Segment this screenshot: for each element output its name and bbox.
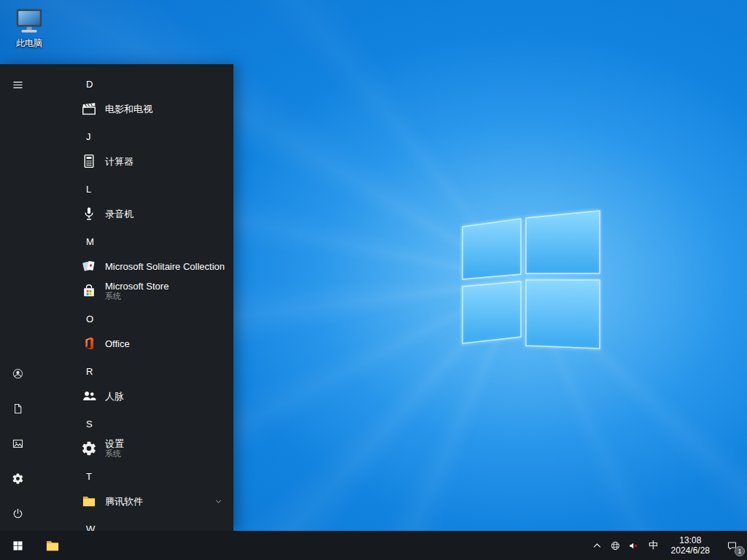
start-button[interactable]	[0, 531, 35, 560]
start-rail-menu-button[interactable]	[0, 67, 35, 102]
start-app-people[interactable]: 人脉	[35, 384, 233, 408]
app-text: Office	[105, 338, 130, 349]
letter-label: L	[86, 184, 91, 195]
menu-icon	[12, 79, 24, 91]
volume-muted-icon	[628, 540, 639, 551]
letter-label: W	[86, 524, 95, 532]
tray-network-button[interactable]	[606, 531, 624, 560]
start-app-calculator[interactable]: 计算器	[35, 149, 233, 174]
start-app-microsoft-solitaire-collection[interactable]: Microsoft Solitaire Collection	[35, 254, 233, 279]
settings-icon	[80, 440, 98, 457]
app-text: 电影和电视	[105, 104, 152, 114]
chevron-down-icon	[214, 497, 222, 505]
start-rail-pictures-button[interactable]	[0, 426, 35, 461]
start-letter-o[interactable]: O	[35, 306, 233, 331]
action-center-button[interactable]: 1	[716, 531, 747, 560]
windows-logo-icon	[12, 540, 24, 552]
this-pc-icon	[14, 7, 44, 35]
start-app-tencent-software[interactable]: 腾讯软件	[35, 489, 233, 513]
app-text: Microsoft Store系统	[105, 281, 169, 301]
tray-show-hidden-icons-button[interactable]	[588, 531, 606, 560]
app-text: Microsoft Solitaire Collection	[105, 261, 225, 272]
app-name: 计算器	[105, 156, 133, 167]
letter-label: O	[86, 314, 93, 324]
app-name: 录音机	[105, 209, 133, 219]
app-name: 设置	[105, 438, 124, 449]
clock-date: 2024/6/28	[671, 545, 710, 556]
documents-icon	[12, 402, 24, 415]
account-icon	[12, 368, 24, 380]
app-text: 人脉	[105, 391, 124, 402]
start-app-voice-recorder[interactable]: 录音机	[35, 201, 233, 226]
start-app-list: D电影和电视J计算器L录音机MMicrosoft Solitaire Colle…	[35, 64, 233, 531]
app-name: 人脉	[105, 391, 124, 402]
start-app-movies-tv[interactable]: 电影和电视	[35, 96, 233, 121]
app-subtitle: 系统	[105, 449, 124, 459]
app-text: 计算器	[105, 156, 133, 167]
power-icon	[12, 508, 24, 520]
wallpaper-windows-logo	[460, 208, 603, 354]
start-letter-m[interactable]: M	[35, 229, 233, 254]
start-letter-l[interactable]: L	[35, 176, 233, 201]
microsoft-store-icon	[80, 282, 98, 300]
voice-recorder-icon	[80, 205, 98, 222]
start-letter-j[interactable]: J	[35, 124, 233, 149]
app-name: 腾讯软件	[105, 496, 143, 507]
office-icon	[80, 335, 98, 352]
start-rail-power-button[interactable]	[0, 496, 35, 531]
calculator-icon	[80, 152, 98, 170]
start-rail-top-group	[0, 67, 35, 102]
tray-ime-indicator[interactable]: 中	[643, 531, 665, 560]
letter-label: S	[86, 419, 93, 429]
app-text: 录音机	[105, 209, 133, 219]
letter-label: J	[86, 131, 91, 142]
start-app-office[interactable]: Office	[35, 331, 233, 356]
settings-icon	[12, 472, 24, 485]
app-name: 电影和电视	[105, 104, 152, 114]
start-rail-bottom-group	[0, 356, 35, 531]
this-pc-label: 此电脑	[16, 37, 42, 50]
tencent-software-icon	[80, 492, 98, 510]
letter-label: T	[86, 471, 92, 482]
file-explorer-icon	[44, 537, 61, 553]
app-name: Microsoft Store	[105, 281, 169, 292]
taskbar: 中 13:08 2024/6/28 1	[0, 531, 747, 560]
taskbar-clock[interactable]: 13:08 2024/6/28	[665, 531, 716, 560]
pictures-icon	[12, 438, 24, 450]
start-app-microsoft-store[interactable]: Microsoft Store系统	[35, 279, 233, 303]
microsoft-solitaire-collection-icon	[80, 257, 98, 275]
app-subtitle: 系统	[105, 292, 169, 301]
start-menu: D电影和电视J计算器L录音机MMicrosoft Solitaire Colle…	[0, 64, 233, 531]
tray-volume-muted-button[interactable]	[624, 531, 643, 560]
app-text: 设置系统	[105, 438, 124, 459]
start-letter-r[interactable]: R	[35, 359, 233, 384]
people-icon	[80, 387, 98, 405]
start-rail	[0, 64, 35, 531]
taskbar-file-explorer-button[interactable]	[35, 531, 70, 560]
desktop-icon-this-pc[interactable]: 此电脑	[9, 7, 50, 50]
notification-badge: 1	[735, 546, 745, 556]
chevron-up-icon	[592, 540, 603, 551]
start-letter-d[interactable]: D	[35, 71, 233, 96]
start-letter-s[interactable]: S	[35, 411, 233, 436]
start-app-settings[interactable]: 设置系统	[35, 436, 233, 461]
movies-tv-icon	[80, 100, 98, 117]
start-rail-settings-button[interactable]	[0, 461, 35, 496]
app-text: 腾讯软件	[105, 496, 143, 507]
letter-label: R	[86, 366, 93, 377]
network-icon	[610, 540, 621, 551]
letter-label: M	[86, 236, 94, 247]
app-name: Microsoft Solitaire Collection	[105, 261, 225, 272]
system-tray: 中 13:08 2024/6/28 1	[588, 531, 747, 560]
start-letter-w[interactable]: W	[35, 516, 233, 531]
letter-label: D	[86, 79, 93, 90]
start-letter-t[interactable]: T	[35, 464, 233, 489]
start-rail-account-button[interactable]	[0, 356, 35, 391]
clock-time: 13:08	[679, 535, 701, 545]
start-rail-documents-button[interactable]	[0, 391, 35, 426]
app-name: Office	[105, 338, 130, 349]
